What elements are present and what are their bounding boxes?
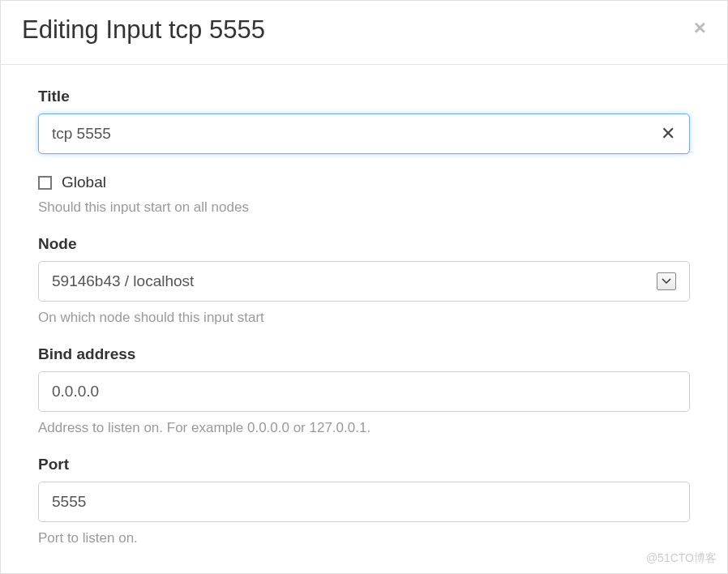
global-checkbox-row: Global <box>38 173 690 191</box>
close-icon[interactable]: × <box>694 17 706 38</box>
bind-address-label: Bind address <box>38 345 690 363</box>
global-checkbox[interactable] <box>38 176 52 190</box>
title-input[interactable] <box>38 114 690 154</box>
modal-title: Editing Input tcp 5555 <box>22 15 706 45</box>
bind-address-help: Address to listen on. For example 0.0.0.… <box>38 420 690 436</box>
bind-address-input[interactable] <box>38 371 690 412</box>
port-help: Port to listen on. <box>38 530 690 546</box>
port-group: Port Port to listen on. <box>38 456 690 546</box>
bind-address-group: Bind address Address to listen on. For e… <box>38 345 690 436</box>
title-label: Title <box>38 88 690 105</box>
clear-title-icon[interactable]: ✕ <box>661 125 675 143</box>
global-help: Should this input start on all nodes <box>38 199 690 216</box>
global-label: Global <box>62 173 106 191</box>
node-label: Node <box>38 235 690 253</box>
global-group: Global Should this input start on all no… <box>38 173 690 216</box>
modal-body: Title ✕ Global Should this input start o… <box>1 65 727 574</box>
node-select-value: 59146b43 / localhost <box>52 272 194 290</box>
chevron-down-icon <box>657 272 676 290</box>
modal-header: Editing Input tcp 5555 × <box>1 1 727 65</box>
title-group: Title ✕ <box>38 88 690 154</box>
port-label: Port <box>38 456 690 473</box>
node-select[interactable]: 59146b43 / localhost <box>38 261 690 302</box>
title-input-wrapper: ✕ <box>38 114 690 154</box>
port-input[interactable] <box>38 482 690 522</box>
node-help: On which node should this input start <box>38 310 690 326</box>
node-group: Node 59146b43 / localhost On which node … <box>38 235 690 326</box>
edit-input-modal: Editing Input tcp 5555 × Title ✕ Global … <box>0 0 728 574</box>
